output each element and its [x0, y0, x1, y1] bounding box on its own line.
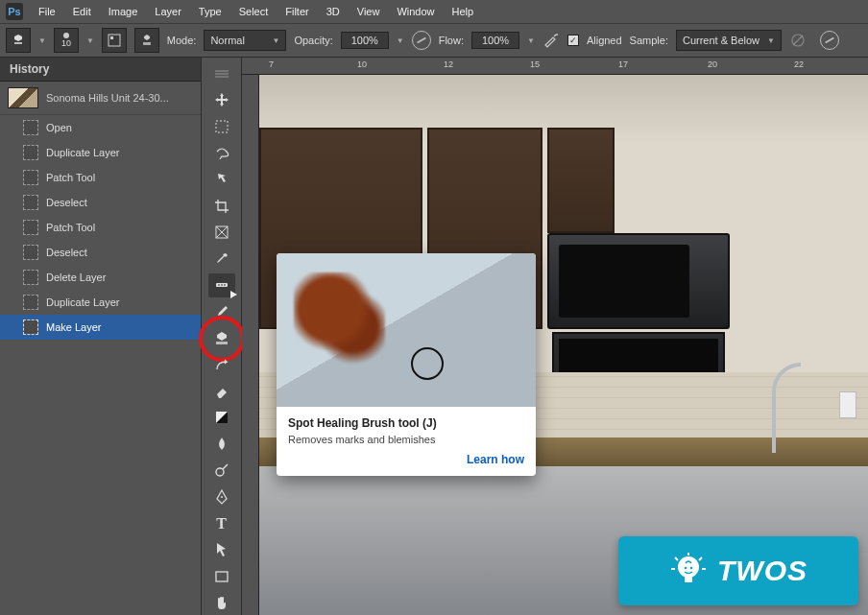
history-item-label: Patch Tool — [46, 172, 95, 183]
menu-layer[interactable]: Layer — [147, 2, 189, 21]
menu-type[interactable]: Type — [191, 2, 229, 21]
chevron-down-icon[interactable]: ▼ — [397, 36, 404, 45]
svg-point-29 — [685, 567, 687, 570]
horizontal-ruler[interactable]: 7 10 12 15 17 20 22 — [242, 58, 868, 75]
document-image[interactable]: Spot Healing Brush tool (J) Removes mark… — [259, 75, 868, 615]
chevron-down-icon: ▼ — [273, 36, 280, 45]
ruler-mark: 7 — [269, 59, 274, 69]
ruler-mark: 10 — [357, 59, 367, 69]
clone-source-panel-icon[interactable] — [134, 28, 159, 53]
brush-tool-icon[interactable] — [208, 299, 235, 324]
history-item-patch-tool[interactable]: Patch Tool — [0, 165, 201, 190]
sample-value: Current & Below — [683, 35, 760, 46]
state-icon — [23, 270, 38, 285]
state-icon — [23, 295, 38, 310]
menu-image[interactable]: Image — [101, 2, 146, 21]
lasso-tool-icon[interactable] — [208, 141, 235, 166]
brush-cursor-icon — [411, 347, 444, 380]
flow-label: Flow: — [439, 35, 464, 46]
menu-file[interactable]: File — [31, 2, 63, 21]
rectangle-tool-icon[interactable] — [208, 564, 235, 589]
state-icon — [23, 170, 38, 185]
marquee-tool-icon[interactable] — [208, 114, 235, 139]
menu-select[interactable]: Select — [231, 2, 277, 21]
chevron-down-icon[interactable]: ▼ — [527, 36, 535, 45]
pen-tool-icon[interactable] — [208, 485, 235, 509]
menu-help[interactable]: Help — [445, 2, 482, 21]
sample-label: Sample: — [630, 35, 668, 46]
tooltip-learn-link[interactable]: Learn how — [277, 453, 536, 476]
quick-select-tool-icon[interactable] — [208, 167, 235, 192]
svg-point-20 — [221, 496, 223, 498]
vertical-ruler[interactable] — [242, 75, 259, 615]
history-item-duplicate-layer[interactable]: Duplicate Layer — [0, 290, 201, 315]
clone-stamp-tool-icon[interactable] — [208, 326, 235, 351]
svg-rect-13 — [218, 284, 220, 286]
eyedropper-tool-icon[interactable] — [208, 247, 235, 272]
opacity-input[interactable]: 100% — [341, 32, 389, 49]
airbrush-icon[interactable] — [542, 32, 560, 49]
state-icon — [23, 220, 38, 235]
history-item-deselect[interactable]: Deselect — [0, 240, 201, 265]
history-item-open[interactable]: Open — [0, 115, 201, 140]
menu-edit[interactable]: Edit — [65, 2, 99, 21]
tooltip-title: Spot Healing Brush tool (J) — [288, 416, 524, 430]
mode-dropdown[interactable]: Normal ▼ — [204, 30, 286, 51]
svg-point-18 — [216, 468, 224, 476]
flow-input[interactable]: 100% — [471, 32, 519, 49]
menu-window[interactable]: Window — [389, 2, 442, 21]
aligned-checkbox[interactable]: ✓ — [567, 35, 579, 46]
svg-rect-21 — [216, 572, 228, 581]
sample-dropdown[interactable]: Current & Below ▼ — [676, 30, 782, 51]
svg-line-26 — [699, 557, 702, 560]
history-item-delete-layer[interactable]: Delete Layer — [0, 265, 201, 290]
svg-rect-1 — [110, 36, 113, 39]
svg-rect-15 — [224, 284, 226, 286]
snapshot-thumbnail-icon — [8, 87, 38, 108]
svg-point-30 — [690, 567, 693, 570]
svg-point-2 — [556, 34, 558, 35]
hand-tool-icon[interactable] — [208, 591, 235, 615]
history-item-deselect[interactable]: Deselect — [0, 190, 201, 215]
history-item-label: Deselect — [46, 197, 87, 208]
chevron-down-icon[interactable]: ▼ — [38, 36, 46, 45]
blur-tool-icon[interactable] — [208, 432, 235, 457]
svg-line-25 — [675, 557, 678, 560]
menu-view[interactable]: View — [350, 2, 388, 21]
state-icon — [23, 120, 38, 135]
watermark-text: TWOS — [717, 555, 808, 587]
history-item-label: Delete Layer — [46, 272, 106, 283]
menu-filter[interactable]: Filter — [277, 2, 316, 21]
chevron-down-icon[interactable]: ▼ — [86, 36, 94, 45]
ignore-adjustment-icon[interactable] — [789, 32, 807, 49]
tooltip-description: Removes marks and blemishes — [288, 434, 524, 445]
menu-3d[interactable]: 3D — [319, 2, 348, 21]
crop-tool-icon[interactable] — [208, 194, 235, 219]
history-panel: History Sonoma Hills Unit 24-30... Open … — [0, 58, 202, 615]
mode-value: Normal — [210, 35, 244, 46]
eraser-tool-icon[interactable] — [208, 379, 235, 404]
pressure-opacity-icon[interactable] — [412, 31, 431, 50]
history-brush-tool-icon[interactable] — [208, 352, 235, 377]
pressure-size-icon[interactable] — [820, 31, 839, 50]
brush-preview-icon[interactable]: 10 — [54, 28, 79, 53]
type-tool-icon[interactable]: T — [208, 511, 235, 536]
frame-tool-icon[interactable] — [208, 220, 235, 245]
gradient-tool-icon[interactable] — [208, 406, 235, 431]
history-item-patch-tool[interactable]: Patch Tool — [0, 215, 201, 240]
clone-tool-preset-icon[interactable] — [6, 28, 31, 53]
spot-healing-tool-icon[interactable] — [208, 273, 235, 298]
toolbox: T — [202, 58, 242, 615]
path-select-tool-icon[interactable] — [208, 537, 235, 562]
dodge-tool-icon[interactable] — [208, 459, 235, 484]
move-tool-icon[interactable] — [208, 88, 235, 113]
toolbox-grip-icon[interactable] — [208, 61, 235, 86]
canvas-area: 7 10 12 15 17 20 22 — [242, 58, 868, 615]
menu-bar: Ps File Edit Image Layer Type Select Fil… — [0, 0, 868, 23]
history-item-label: Open — [46, 122, 72, 133]
history-snapshot-row[interactable]: Sonoma Hills Unit 24-30... — [0, 82, 201, 115]
brush-panel-icon[interactable] — [102, 28, 127, 53]
history-item-make-layer[interactable]: Make Layer — [0, 315, 201, 340]
app-logo-icon: Ps — [6, 3, 23, 20]
history-item-duplicate-layer[interactable]: Duplicate Layer — [0, 140, 201, 165]
